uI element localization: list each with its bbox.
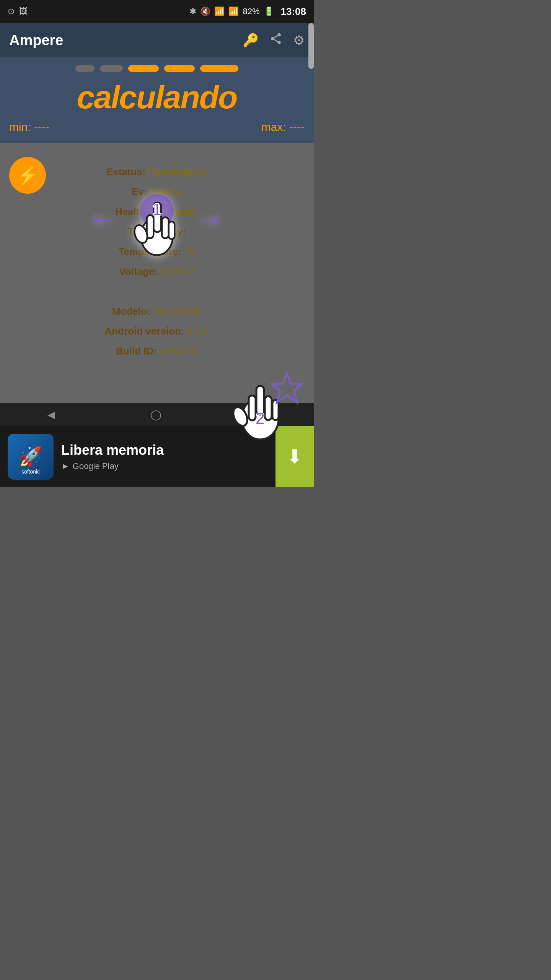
dot-1 <box>75 65 95 72</box>
status-time: 13:08 <box>281 6 306 18</box>
app-title: Ampere <box>9 32 64 49</box>
dot-3 <box>128 65 159 72</box>
battery-percentage: 82% <box>243 7 259 16</box>
svg-marker-20 <box>272 372 302 402</box>
calculating-text: calculando <box>9 79 305 116</box>
dot-2 <box>100 65 123 72</box>
dots-row <box>9 65 305 72</box>
modelo-value: SM-G928F <box>153 305 202 317</box>
ad-subtitle: ► Google Play <box>61 461 276 471</box>
arrow-left-icon: ← <box>88 202 119 237</box>
gesture-swipe-overlay: ← <box>84 166 230 273</box>
content-area: ← <box>0 143 314 487</box>
min-label: min: ---- <box>9 121 49 134</box>
battery-fab[interactable]: ⚡ <box>9 157 46 194</box>
svg-text:1: 1 <box>152 200 161 219</box>
min-max-row: min: ---- max: ---- <box>9 121 305 134</box>
svg-line-4 <box>274 36 278 38</box>
svg-rect-16 <box>265 396 272 420</box>
back-icon[interactable]: ◀ <box>47 409 55 421</box>
status-bar: ⊙ 🖼 ✱ 🔇 📶 📶 82% 🔋 13:08 <box>0 0 314 23</box>
build-label: Build ID: <box>116 345 157 357</box>
mute-icon: 🔇 <box>200 7 210 16</box>
play-store-arrow-icon: ► <box>61 461 70 471</box>
svg-rect-9 <box>162 217 169 238</box>
circle-icon: ⊙ <box>8 7 15 16</box>
share-icon[interactable] <box>269 32 282 48</box>
battery-icon: 🔋 <box>264 7 274 16</box>
ad-source: Google Play <box>73 461 119 471</box>
app-bar: Ampere 🔑 ⚙ <box>0 23 314 57</box>
android-value: 5.1.1 <box>187 325 209 337</box>
image-icon: 🖼 <box>19 7 28 16</box>
ad-app-icon-inner: 🚀 softonic <box>19 446 42 468</box>
bluetooth-icon: ✱ <box>189 7 196 16</box>
svg-point-2 <box>277 41 281 44</box>
download-icon: ⬇ <box>287 446 303 468</box>
app-bar-icons: 🔑 ⚙ <box>243 32 305 48</box>
home-icon[interactable]: ◯ <box>150 409 161 421</box>
max-label: max: ---- <box>261 121 305 134</box>
svg-rect-15 <box>249 395 256 420</box>
svg-rect-10 <box>169 222 174 239</box>
status-bar-right: ✱ 🔇 📶 📶 82% 🔋 13:08 <box>189 6 306 18</box>
gesture-hand-1: 1 <box>122 177 191 261</box>
softonic-label: softonic <box>21 469 40 475</box>
svg-point-1 <box>271 37 274 41</box>
ad-title: Libera memoria <box>61 442 276 458</box>
rocket-icon: 🚀 <box>19 446 42 467</box>
arrow-right-icon: → <box>195 202 226 237</box>
android-row: Android version: 5.1.1 <box>9 321 305 341</box>
build-row: Build ID: LMY47X <box>9 341 305 361</box>
settings-icon[interactable]: ⚙ <box>293 33 305 48</box>
build-value: LMY47X <box>160 345 198 357</box>
main-header: calculando min: ---- max: ---- <box>0 57 314 143</box>
battery-fab-icon: ⚡ <box>17 165 39 186</box>
svg-point-0 <box>277 33 281 37</box>
gesture-star-overlay: 2 <box>226 365 302 441</box>
ad-app-icon: 🚀 softonic <box>8 434 54 480</box>
android-label: Android version: <box>104 325 184 337</box>
svg-line-3 <box>274 39 278 42</box>
status-bar-left: ⊙ 🖼 <box>8 7 28 16</box>
modelo-label: Modelo: <box>112 305 150 317</box>
key-icon[interactable]: 🔑 <box>243 33 259 48</box>
ad-text-area: Libera memoria ► Google Play <box>61 442 276 471</box>
scrollbar-thumb[interactable] <box>308 23 314 69</box>
svg-text:2: 2 <box>256 409 265 428</box>
dot-5 <box>200 65 238 72</box>
wifi-icon: 📶 <box>214 7 225 16</box>
signal-bars-icon: 📶 <box>228 7 239 16</box>
dot-4 <box>164 65 195 72</box>
modelo-row: Modelo: SM-G928F <box>9 301 305 321</box>
